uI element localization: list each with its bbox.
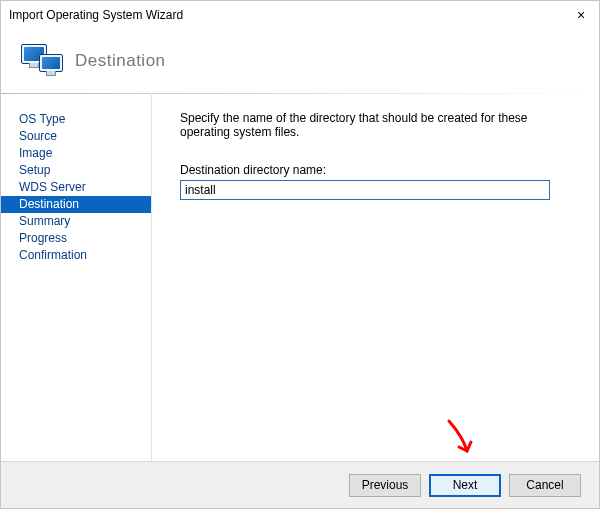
sidebar-step-summary[interactable]: Summary (1, 213, 151, 230)
instruction-text: Specify the name of the directory that s… (180, 111, 573, 139)
page-heading: Destination (75, 51, 166, 71)
sidebar-step-os-type[interactable]: OS Type (1, 111, 151, 128)
sidebar-step-destination[interactable]: Destination (1, 196, 151, 213)
sidebar-step-wds-server[interactable]: WDS Server (1, 179, 151, 196)
wizard-steps-sidebar: OS Type Source Image Setup WDS Server De… (1, 93, 152, 462)
button-bar: Previous Next Cancel (1, 461, 599, 508)
sidebar-step-confirmation[interactable]: Confirmation (1, 247, 151, 264)
directory-name-input[interactable] (180, 180, 550, 200)
cancel-button[interactable]: Cancel (509, 474, 581, 497)
sidebar-step-source[interactable]: Source (1, 128, 151, 145)
computers-icon (21, 40, 63, 82)
sidebar-step-image[interactable]: Image (1, 145, 151, 162)
banner: Destination (1, 29, 599, 94)
next-button[interactable]: Next (429, 474, 501, 497)
wizard-window: Import Operating System Wizard × Destina… (0, 0, 600, 509)
sidebar-step-setup[interactable]: Setup (1, 162, 151, 179)
window-title: Import Operating System Wizard (9, 8, 183, 22)
sidebar-step-progress[interactable]: Progress (1, 230, 151, 247)
body: OS Type Source Image Setup WDS Server De… (1, 93, 599, 462)
close-icon[interactable]: × (571, 7, 591, 23)
titlebar: Import Operating System Wizard × (1, 1, 599, 29)
previous-button[interactable]: Previous (349, 474, 421, 497)
content-pane: Specify the name of the directory that s… (152, 93, 599, 462)
directory-name-label: Destination directory name: (180, 163, 573, 177)
